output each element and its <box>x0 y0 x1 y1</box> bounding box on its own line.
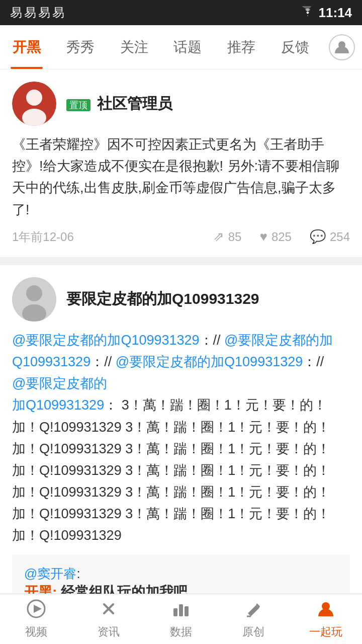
nav-video-label: 视频 <box>25 624 47 639</box>
nav-news-label: 资讯 <box>98 624 120 639</box>
post-admin-header: 置顶 社区管理员 <box>12 82 350 126</box>
nav-original[interactable]: 原创 <box>217 594 290 644</box>
post-spam: 要限定皮都的加Q109931329 @要限定皮都的加Q109931329：// … <box>0 265 362 644</box>
svg-marker-28 <box>34 605 42 613</box>
feed: 置顶 社区管理员 《王者荣耀控》因不可控因素正式更名为《王者助手控》!给大家造成… <box>0 69 362 644</box>
nav-play[interactable]: 一起玩 <box>290 594 362 644</box>
time-display: 11:14 <box>319 5 352 21</box>
nav-data-label: 数据 <box>170 624 192 639</box>
tab-xiuxiu[interactable]: 秀秀 <box>54 25 108 69</box>
svg-rect-32 <box>179 604 183 616</box>
svg-rect-31 <box>173 608 177 616</box>
status-bar: 易 易 易 易 11:14 <box>0 0 362 25</box>
admin-share-count: 85 <box>228 230 242 244</box>
share-icon: ⇗ <box>213 229 224 245</box>
like-icon: ♥ <box>259 229 267 245</box>
tab-kaihei[interactable]: 开黑 <box>0 25 54 69</box>
svg-rect-33 <box>185 606 189 616</box>
bottom-nav: 视频 资讯 数据 原创 <box>0 594 362 644</box>
post-spam-header: 要限定皮都的加Q109931329 <box>12 277 350 321</box>
top-nav: 开黑 秀秀 关注 话题 推荐 反馈 <box>0 25 362 69</box>
admin-like-count: 825 <box>272 230 292 244</box>
nav-profile[interactable] <box>322 34 362 60</box>
spam-post-content: @要限定皮都的加Q109931329：// @要限定皮都的加Q109931329… <box>12 330 350 547</box>
nav-tabs: 开黑 秀秀 关注 话题 推荐 反馈 <box>0 25 322 69</box>
admin-post-footer: 1年前12-06 ⇗ 85 ♥ 825 💬 254 <box>12 229 350 245</box>
tab-guanzhu[interactable]: 关注 <box>107 25 161 69</box>
spam-link-1[interactable]: @要限定皮都的加Q109931329 <box>12 333 200 348</box>
profile-icon[interactable] <box>329 34 355 60</box>
nav-video[interactable]: 视频 <box>0 594 72 644</box>
app-icon-3: 易 <box>38 5 50 21</box>
admin-post-time: 1年前12-06 <box>12 229 195 245</box>
wifi-icon <box>301 6 315 19</box>
app-icon-1: 易 <box>10 5 22 21</box>
tab-huati[interactable]: 话题 <box>161 25 215 69</box>
comment-icon: 💬 <box>310 229 326 245</box>
nav-data[interactable]: 数据 <box>145 594 217 644</box>
admin-comment-count: 254 <box>330 230 350 244</box>
admin-username: 社区管理员 <box>97 95 172 112</box>
app-icon-2: 易 <box>24 5 36 21</box>
admin-avatar[interactable] <box>12 82 56 126</box>
spam-avatar-placeholder <box>12 277 56 321</box>
spam-link-3[interactable]: @要限定皮都的加Q109931329 <box>116 354 303 369</box>
post-admin: 置顶 社区管理员 《王者荣耀控》因不可控因素正式更名为《王者助手控》!给大家造成… <box>0 69 362 257</box>
tab-tuijian[interactable]: 推荐 <box>215 25 268 69</box>
spam-username: 要限定皮都的加Q109931329 <box>66 289 259 309</box>
admin-share-action[interactable]: ⇗ 85 <box>213 229 242 245</box>
spam-avatar[interactable] <box>12 277 56 321</box>
news-icon <box>99 599 118 621</box>
admin-like-action[interactable]: ♥ 825 <box>259 229 291 245</box>
original-icon <box>244 599 263 621</box>
app-icon-4: 易 <box>52 5 64 21</box>
tab-fankui[interactable]: 反馈 <box>268 25 322 69</box>
admin-comment-action[interactable]: 💬 254 <box>310 229 350 245</box>
svg-point-5 <box>26 285 42 301</box>
nav-play-label: 一起玩 <box>309 624 342 639</box>
nav-news[interactable]: 资讯 <box>72 594 145 644</box>
status-icons: 11:14 <box>301 5 352 21</box>
svg-point-2 <box>26 90 42 106</box>
data-icon <box>171 599 191 621</box>
video-icon <box>27 599 46 621</box>
nav-original-label: 原创 <box>242 624 264 639</box>
admin-badge: 置顶 <box>66 99 90 111</box>
admin-post-content: 《王者荣耀控》因不可控因素正式更名为《王者助手控》!给大家造成不便实在是很抱歉!… <box>12 134 350 221</box>
spam-link-4[interactable]: @要限定皮都的加Q109931329 <box>12 376 107 413</box>
app-icons: 易 易 易 易 <box>10 5 64 21</box>
embed-mention: @窦开睿: <box>24 565 338 583</box>
admin-name-wrap: 置顶 社区管理员 <box>66 94 172 114</box>
play-icon <box>316 599 335 621</box>
